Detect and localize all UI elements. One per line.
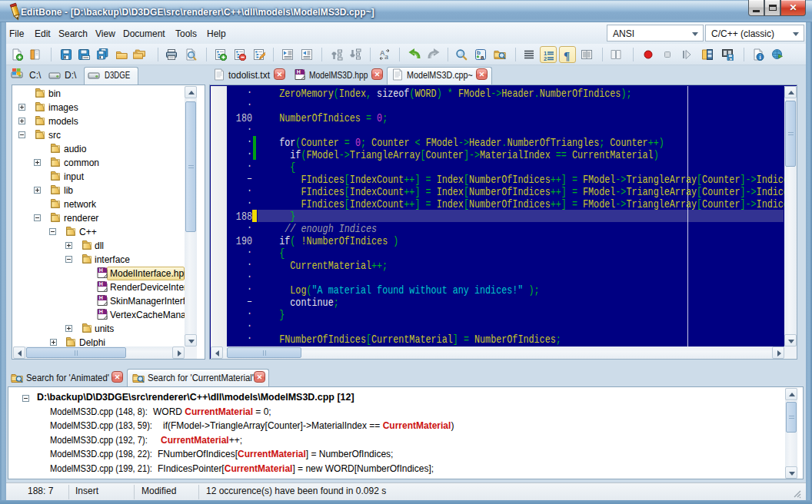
svg-text:¶: ¶	[564, 50, 570, 61]
svg-text:a: a	[384, 52, 388, 61]
svg-text:2: 2	[544, 55, 547, 61]
svg-text:i: i	[759, 54, 760, 61]
svg-text:a: a	[481, 54, 484, 61]
